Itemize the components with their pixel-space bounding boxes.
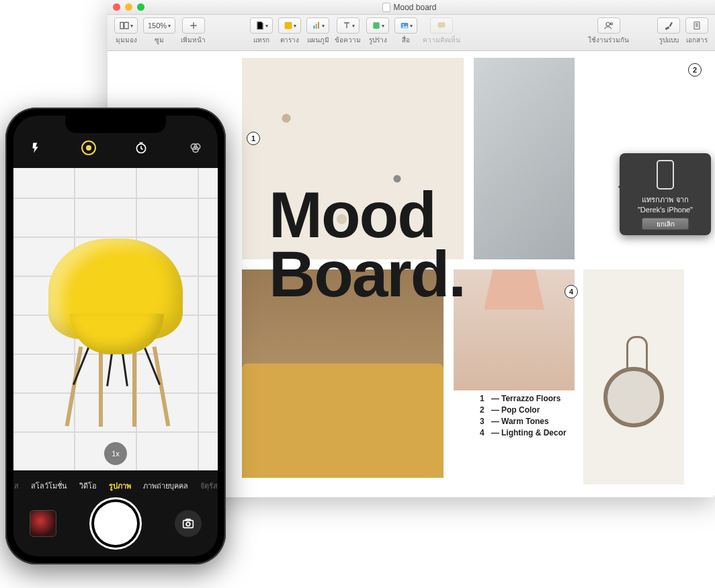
svg-rect-2 bbox=[285, 22, 292, 30]
media-button[interactable]: ▾ bbox=[394, 17, 417, 34]
shutter-button[interactable] bbox=[94, 502, 137, 545]
media-label: สื่อ bbox=[402, 35, 410, 45]
svg-rect-9 bbox=[438, 22, 446, 27]
flip-camera-button[interactable] bbox=[175, 510, 202, 537]
table-button[interactable]: ▾ bbox=[278, 17, 301, 34]
cancel-button[interactable]: ยกเลิก bbox=[642, 218, 689, 230]
svg-rect-5 bbox=[318, 22, 319, 29]
text-label: ข้อความ bbox=[335, 35, 361, 45]
add-page-button[interactable] bbox=[182, 17, 205, 34]
close-window-icon[interactable] bbox=[113, 3, 120, 11]
zoom-dropdown[interactable]: 150%▾ bbox=[143, 17, 175, 34]
camera-bottom-controls bbox=[13, 500, 218, 547]
svg-point-8 bbox=[403, 24, 404, 26]
legend: 1—Terrazzo Floors 2—Pop Color 3—Warm Ton… bbox=[480, 394, 566, 439]
chart-label: แผนภูมิ bbox=[307, 35, 329, 45]
popup-text-line2: "Derek's iPhone" bbox=[625, 206, 706, 214]
shape-label: รูปร่าง bbox=[369, 35, 387, 45]
document-label: เอกสาร bbox=[686, 35, 708, 45]
mode-photo[interactable]: รูปภาพ bbox=[109, 480, 131, 492]
subject-chair bbox=[45, 239, 186, 427]
shape-button[interactable]: ▾ bbox=[366, 17, 389, 34]
svg-rect-17 bbox=[183, 520, 194, 528]
collaborate-button[interactable] bbox=[597, 17, 620, 34]
badge-4: 4 bbox=[564, 285, 578, 298]
mode-portrait[interactable]: ภาพถ่ายบุคคล bbox=[143, 480, 188, 492]
minimize-window-icon[interactable] bbox=[125, 3, 132, 11]
notch bbox=[65, 116, 166, 133]
titlebar: Mood board bbox=[108, 0, 715, 15]
filters-icon[interactable] bbox=[187, 139, 204, 157]
svg-rect-4 bbox=[316, 24, 317, 28]
document-button[interactable] bbox=[685, 17, 708, 34]
popup-text-line1: แทรกภาพ จาก bbox=[625, 194, 706, 206]
view-label: มุมมอง bbox=[116, 35, 137, 45]
comment-label: ความคิดเห็น bbox=[423, 35, 460, 45]
add-page-label: เพิ่มหน้า bbox=[181, 35, 206, 45]
format-button[interactable] bbox=[657, 17, 680, 34]
mode-slomo[interactable]: สโลว์โมชั่น bbox=[31, 480, 67, 492]
insert-label: แทรก bbox=[253, 35, 269, 45]
text-button[interactable]: ▾ bbox=[337, 17, 360, 34]
timer-icon[interactable] bbox=[132, 139, 150, 157]
badge-2: 2 bbox=[688, 63, 702, 77]
table-label: ตาราง bbox=[280, 35, 299, 45]
mode-video[interactable]: วิดีโอ bbox=[79, 480, 97, 492]
image-lamp[interactable] bbox=[454, 269, 575, 390]
format-label: รูปแบบ bbox=[659, 35, 679, 45]
svg-rect-0 bbox=[120, 22, 124, 28]
camera-top-controls bbox=[13, 134, 218, 161]
toolbar: ▾ มุมมอง 150%▾ ซูม เพิ่มหน้า ▾ แทรก ▾ bbox=[108, 15, 715, 51]
image-concrete[interactable] bbox=[474, 58, 575, 259]
window-title: Mood board bbox=[393, 3, 436, 12]
badge-1: 1 bbox=[247, 132, 260, 145]
iphone-device: 1x ส สโลว์โมชั่น วิดีโอ รูปภาพ ภาพถ่ายบุ… bbox=[5, 108, 226, 564]
collab-label: ใช้งานร่วมกัน bbox=[588, 35, 629, 45]
image-mirror[interactable] bbox=[583, 269, 684, 485]
page-title[interactable]: Mood Board. bbox=[269, 185, 465, 304]
view-button[interactable]: ▾ bbox=[114, 17, 138, 34]
insert-button[interactable]: ▾ bbox=[250, 17, 273, 34]
mode-square-partial[interactable]: จัตุรัส bbox=[200, 480, 218, 492]
live-photo-icon[interactable] bbox=[81, 140, 96, 155]
zoom-label: ซูม bbox=[155, 35, 164, 45]
svg-point-10 bbox=[606, 22, 609, 26]
continuity-popup: แทรกภาพ จาก "Derek's iPhone" ยกเลิก bbox=[620, 153, 711, 235]
camera-mode-selector[interactable]: ส สโลว์โมชั่น วิดีโอ รูปภาพ ภาพถ่ายบุคคล… bbox=[13, 477, 218, 495]
chart-button[interactable]: ▾ bbox=[306, 17, 329, 34]
comment-button[interactable] bbox=[430, 17, 453, 34]
flash-icon[interactable] bbox=[27, 139, 44, 157]
last-photo-thumbnail[interactable] bbox=[30, 510, 56, 537]
zoom-window-icon[interactable] bbox=[137, 3, 144, 11]
document-icon bbox=[382, 3, 390, 12]
mode-timelapse-partial[interactable]: ส bbox=[14, 480, 19, 492]
zoom-indicator[interactable]: 1x bbox=[104, 442, 127, 465]
camera-viewfinder[interactable]: 1x bbox=[13, 168, 218, 470]
svg-rect-12 bbox=[694, 22, 700, 30]
svg-rect-6 bbox=[373, 22, 379, 28]
iphone-outline-icon bbox=[657, 160, 674, 190]
svg-rect-1 bbox=[124, 22, 128, 28]
svg-rect-3 bbox=[313, 26, 314, 29]
iphone-screen: 1x ส สโลว์โมชั่น วิดีโอ รูปภาพ ภาพถ่ายบุ… bbox=[13, 116, 218, 556]
